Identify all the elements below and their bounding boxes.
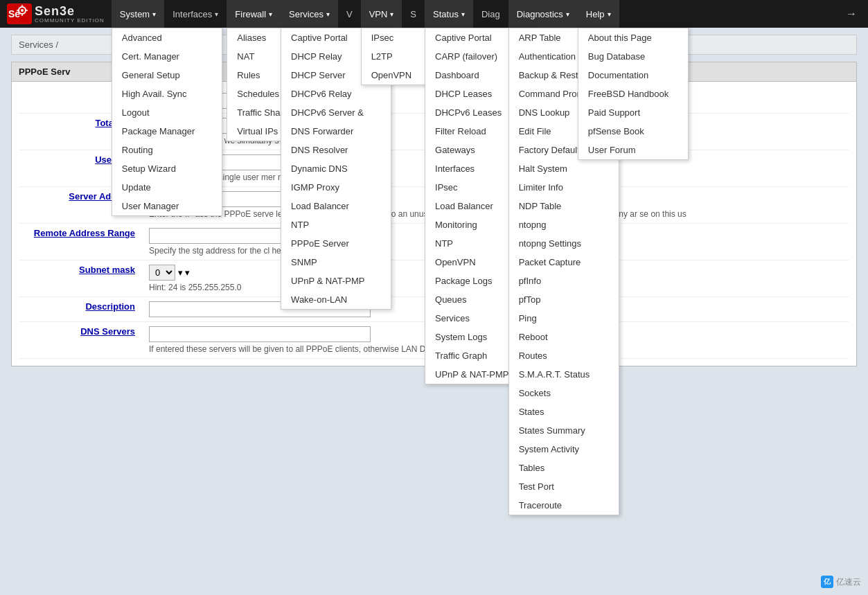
brand: Se Sen3e COMMUNITY EDITION — [0, 0, 112, 28]
dropdown-item[interactable]: System Activity — [509, 440, 619, 459]
dropdown-system: AdvancedCert. ManagerGeneral SetupHigh A… — [112, 28, 222, 216]
caret-icon: ▾ — [152, 10, 156, 18]
nav-item-firewall[interactable]: Firewall ▾AliasesNATRulesSchedulesTraffi… — [227, 0, 281, 28]
brand-logo: Se Sen3e COMMUNITY EDITION — [7, 3, 105, 24]
caret-icon: ▾ — [326, 10, 330, 18]
dropdown-item[interactable]: ntopng — [509, 215, 619, 234]
form-label: Remote Address Range — [19, 224, 143, 260]
brand-text: Sen3e COMMUNITY EDITION — [35, 5, 105, 24]
brand-name: Sen3e — [35, 5, 105, 17]
dropdown-item[interactable]: SNMP — [281, 253, 391, 272]
nav-item-status[interactable]: Status ▾Captive PortalCARP (failover)Das… — [425, 0, 473, 28]
watermark: 亿 亿速云 — [821, 576, 861, 588]
nav-item-help[interactable]: Help ▾About this PageBug DatabaseDocumen… — [578, 0, 619, 28]
caret-icon: ▾ — [390, 10, 393, 18]
nav-link-system[interactable]: System ▾ — [112, 0, 164, 28]
dropdown-item[interactable]: NTP — [281, 215, 391, 234]
dropdown-item[interactable]: DHCPv6 Server & — [281, 103, 391, 122]
dropdown-item[interactable]: Load Balancer — [281, 197, 391, 215]
nav-forward-icon[interactable]: → — [840, 8, 862, 20]
nav-item-services[interactable]: Services ▾Captive PortalDHCP RelayDHCP S… — [281, 0, 338, 28]
dropdown-item[interactable]: Setup Wizard — [112, 159, 222, 178]
dropdown-item[interactable]: S.M.A.R.T. Status — [509, 365, 619, 384]
dropdown-item[interactable]: Advanced — [112, 28, 222, 47]
dropdown-item[interactable]: DHCPv6 Relay — [281, 85, 391, 103]
nav-link-services[interactable]: Services ▾ — [281, 0, 338, 28]
caret-icon: ▾ — [461, 10, 465, 18]
dropdown-item[interactable]: Update — [112, 178, 222, 197]
navbar: Se Sen3e COMMUNITY EDITION System ▾Advan… — [0, 0, 868, 28]
brand-icon: Se — [7, 3, 32, 24]
nav-item-diagnostics[interactable]: Diagnostics ▾ARP TableAuthenticationBack… — [508, 0, 578, 28]
dropdown-item[interactable]: UPnP & NAT-PMP — [281, 272, 391, 290]
dropdown-item[interactable]: pfSense Book — [578, 122, 688, 141]
dropdown-item[interactable]: Halt System — [509, 159, 619, 178]
dropdown-item[interactable]: States — [509, 402, 619, 421]
dropdown-item[interactable]: Documentation — [578, 66, 688, 85]
caret-icon: ▾ — [269, 10, 272, 18]
nav-item-s[interactable]: S — [402, 0, 425, 28]
dropdown-item[interactable]: User Forum — [578, 141, 688, 159]
dropdown-item[interactable]: Paid Support — [578, 103, 688, 122]
dropdown-item[interactable]: Package Manager — [112, 122, 222, 141]
form-label: Description — [19, 297, 143, 322]
form-label-link[interactable]: Remote Address Range — [34, 228, 135, 238]
nav-link-interfaces[interactable]: Interfaces ▾ — [164, 0, 227, 28]
dropdown-item[interactable]: Traceroute — [509, 496, 619, 515]
nav-item-system[interactable]: System ▾AdvancedCert. ManagerGeneral Set… — [112, 0, 164, 28]
dropdown-item[interactable]: Test Port — [509, 477, 619, 496]
dropdown-item[interactable]: Routing — [112, 141, 222, 159]
dropdown-item[interactable]: High Avail. Sync — [112, 85, 222, 103]
dropdown-item[interactable]: Tables — [509, 459, 619, 477]
nav-item-vpn[interactable]: VPN ▾IPsecL2TPOpenVPN — [361, 0, 402, 28]
dropdown-item[interactable]: Sockets — [509, 384, 619, 402]
nav-item-v[interactable]: V — [338, 0, 361, 28]
dropdown-item[interactable]: FreeBSD Handbook — [578, 85, 688, 103]
dropdown-item[interactable]: Cert. Manager — [112, 47, 222, 66]
nav-end: → — [840, 0, 868, 28]
nav-link-status[interactable]: Status ▾ — [425, 0, 473, 28]
select-arrows: ▾ ▾ — [175, 267, 190, 278]
dropdown-item[interactable]: General Setup — [112, 66, 222, 85]
nav-link-v[interactable]: V — [338, 0, 361, 28]
dropdown-item[interactable]: Ping — [509, 309, 619, 328]
form-label-link[interactable]: Description — [85, 301, 135, 312]
dropdown-item[interactable]: ntopng Settings — [509, 234, 619, 253]
form-label-link[interactable]: Subnet mask — [79, 265, 135, 275]
dropdown-item[interactable]: Bug Database — [578, 47, 688, 66]
nav-link-firewall[interactable]: Firewall ▾ — [227, 0, 281, 28]
caret-icon: ▾ — [608, 10, 611, 18]
nav-link-vpn[interactable]: VPN ▾ — [361, 0, 402, 28]
dropdown-item[interactable]: About this Page — [578, 28, 688, 47]
brand-edition: COMMUNITY EDITION — [35, 17, 105, 24]
dropdown-item[interactable]: Limiter Info — [509, 178, 619, 197]
dropdown-item[interactable]: Reboot — [509, 328, 619, 346]
dropdown-item[interactable]: NDP Table — [509, 197, 619, 215]
nav-link-diag[interactable]: Diag — [473, 0, 508, 28]
nav-link-s[interactable]: S — [402, 0, 425, 28]
dropdown-item[interactable]: Dynamic DNS — [281, 159, 391, 178]
nav-link-diagnostics[interactable]: Diagnostics ▾ — [508, 0, 578, 28]
dropdown-item[interactable]: Routes — [509, 346, 619, 365]
nav-item-interfaces[interactable]: Interfaces ▾ — [164, 0, 227, 28]
form-input-7[interactable] — [149, 326, 371, 342]
dropdown-item[interactable]: DNS Resolver — [281, 141, 391, 159]
caret-icon: ▾ — [566, 10, 569, 18]
watermark-icon: 亿 — [821, 576, 833, 588]
nav-items: System ▾AdvancedCert. ManagerGeneral Set… — [112, 0, 840, 28]
dropdown-item[interactable]: States Summary — [509, 421, 619, 440]
dropdown-item[interactable]: pfTop — [509, 290, 619, 309]
form-label: Subnet mask — [19, 260, 143, 297]
dropdown-item[interactable]: Logout — [112, 103, 222, 122]
dropdown-item[interactable]: pfInfo — [509, 272, 619, 290]
nav-link-help[interactable]: Help ▾ — [578, 0, 619, 28]
dropdown-item[interactable]: Packet Capture — [509, 253, 619, 272]
dropdown-item[interactable]: DNS Forwarder — [281, 122, 391, 141]
dropdown-item[interactable]: Wake-on-LAN — [281, 290, 391, 309]
nav-item-diag[interactable]: Diag — [473, 0, 508, 28]
form-select-5[interactable]: 0 — [149, 265, 175, 281]
form-label-link[interactable]: DNS Servers — [80, 326, 135, 337]
dropdown-item[interactable]: User Manager — [112, 197, 222, 215]
dropdown-item[interactable]: IGMP Proxy — [281, 178, 391, 197]
dropdown-item[interactable]: PPPoE Server — [281, 234, 391, 253]
